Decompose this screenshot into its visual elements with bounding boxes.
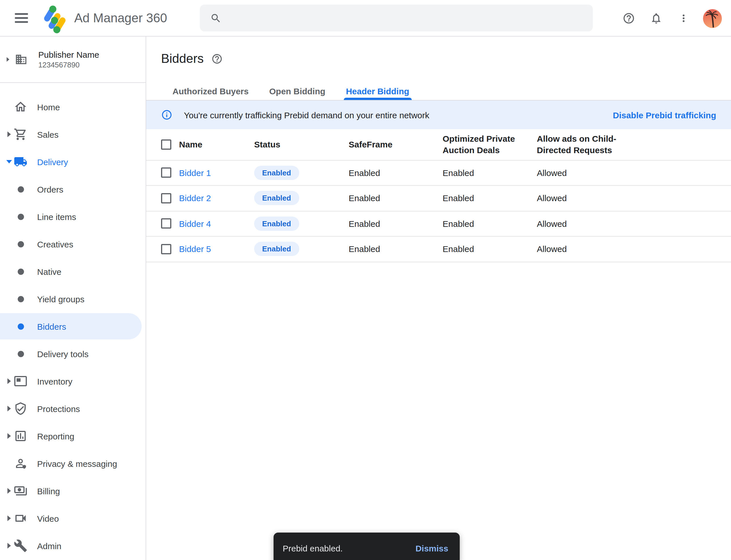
sidebar-item-video[interactable]: Video: [0, 505, 146, 532]
opad-value: Enabled: [442, 244, 537, 254]
expand-icon: [7, 488, 11, 494]
bell-icon: [650, 12, 662, 25]
bidder-link[interactable]: Bidder 2: [179, 193, 254, 203]
column-header-name: Name: [179, 139, 254, 150]
sidebar-item-line-items[interactable]: Line items: [0, 203, 146, 230]
select-all-checkbox[interactable]: [161, 139, 171, 150]
help-icon: [622, 12, 635, 25]
column-header-child-directed: Allow ads on Child-Directed Requests: [537, 133, 624, 156]
sidebar-item-yield-groups[interactable]: Yield groups: [0, 285, 146, 313]
help-button[interactable]: [615, 5, 642, 32]
privacy-person-icon: [14, 457, 27, 470]
cart-icon: [14, 127, 27, 141]
video-camera-icon: [14, 511, 27, 525]
child-directed-value: Allowed: [537, 193, 716, 203]
child-directed-value: Allowed: [537, 219, 716, 229]
bullet-icon: [17, 268, 24, 275]
truck-icon: [14, 155, 27, 169]
column-header-opad: Optimized Private Auction Deals: [442, 133, 529, 156]
shield-icon: [14, 402, 27, 415]
expand-icon: [7, 131, 11, 137]
status-badge: Enabled: [254, 242, 299, 256]
expand-icon: [7, 406, 11, 411]
sidebar-item-billing[interactable]: Billing: [0, 477, 146, 505]
building-icon: [15, 53, 27, 66]
sidebar-item-delivery-tools[interactable]: Delivery tools: [0, 340, 146, 367]
safeframe-value: Enabled: [349, 168, 442, 178]
product-name: Ad Manager 360: [74, 11, 167, 25]
safeframe-value: Enabled: [349, 244, 442, 254]
publisher-code: 1234567890: [38, 60, 99, 69]
info-banner: You're currently trafficking Prebid dema…: [146, 101, 731, 129]
row-checkbox[interactable]: [161, 244, 171, 254]
sidebar-item-home[interactable]: Home: [0, 93, 146, 121]
topbar: Ad Manager 360: [0, 0, 731, 37]
row-checkbox[interactable]: [161, 168, 171, 178]
bidder-link[interactable]: Bidder 4: [179, 219, 254, 229]
publisher-expand-icon: [7, 57, 9, 62]
tab-header-bidding[interactable]: Header Bidding: [336, 73, 419, 100]
three-dot-menu-icon: [678, 13, 689, 24]
collapse-icon: [6, 160, 12, 163]
info-icon: [161, 109, 173, 121]
publisher-name: Publisher Name: [38, 49, 99, 60]
sidebar-item-inventory[interactable]: Inventory: [0, 367, 146, 395]
banner-message: You're currently trafficking Prebid dema…: [184, 110, 429, 120]
expand-icon: [7, 433, 11, 439]
bidder-link[interactable]: Bidder 1: [179, 168, 254, 178]
ad-manager-app: Ad Manager 360: [0, 0, 731, 560]
sidebar-item-privacy-messaging[interactable]: Privacy & messaging: [0, 450, 146, 477]
opad-value: Enabled: [442, 193, 537, 203]
tab-open-bidding[interactable]: Open Bidding: [259, 73, 336, 100]
bullet-icon: [17, 186, 24, 192]
notifications-button[interactable]: [642, 5, 670, 32]
sidebar-item-bidders[interactable]: Bidders: [0, 313, 146, 340]
page-help-icon[interactable]: [211, 53, 223, 64]
main-content: Bidders Authorized Buyers Open Bidding H…: [146, 37, 731, 560]
status-badge: Enabled: [254, 217, 299, 231]
table-header: Name Status SafeFrame Optimized Private …: [146, 129, 731, 160]
sidebar-item-sales[interactable]: Sales: [0, 121, 146, 148]
bar-chart-icon: [14, 429, 27, 443]
billing-icon: [14, 484, 27, 498]
table-row: Bidder 5 Enabled Enabled Enabled Allowed: [146, 237, 731, 262]
disable-prebid-link[interactable]: Disable Prebid trafficking: [613, 110, 716, 120]
search-icon: [210, 12, 222, 24]
safeframe-value: Enabled: [349, 219, 442, 229]
row-checkbox[interactable]: [161, 219, 171, 229]
status-badge: Enabled: [254, 166, 299, 180]
avatar[interactable]: [703, 9, 722, 28]
tab-authorized-buyers[interactable]: Authorized Buyers: [162, 73, 259, 100]
ad-unit-icon: [14, 374, 27, 388]
more-options-button[interactable]: [670, 5, 697, 32]
row-checkbox[interactable]: [161, 193, 171, 203]
sidebar-item-orders[interactable]: Orders: [0, 175, 146, 203]
publisher-selector[interactable]: Publisher Name 1234567890: [0, 37, 146, 83]
sidebar-item-native[interactable]: Native: [0, 258, 146, 285]
sidebar-item-admin[interactable]: Admin: [0, 532, 146, 559]
expand-icon: [7, 515, 11, 521]
expand-icon: [7, 378, 11, 384]
table-row: Bidder 2 Enabled Enabled Enabled Allowed: [146, 186, 731, 211]
menu-icon[interactable]: [15, 13, 28, 23]
table-row: Bidder 4 Enabled Enabled Enabled Allowed: [146, 211, 731, 237]
opad-value: Enabled: [442, 168, 537, 178]
search-input[interactable]: [200, 5, 593, 31]
bidder-link[interactable]: Bidder 5: [179, 244, 254, 254]
column-header-status: Status: [254, 139, 349, 150]
bullet-icon: [17, 241, 24, 247]
status-badge: Enabled: [254, 191, 299, 205]
ad-manager-logo-icon: [42, 5, 70, 33]
safeframe-value: Enabled: [349, 193, 442, 203]
bullet-icon: [17, 323, 24, 329]
sidebar-nav: Home Sales Delivery Orders: [0, 83, 146, 559]
sidebar-item-protections[interactable]: Protections: [0, 395, 146, 422]
child-directed-value: Allowed: [537, 168, 716, 178]
snackbar-dismiss-button[interactable]: Dismiss: [415, 543, 448, 553]
sidebar-item-reporting[interactable]: Reporting: [0, 422, 146, 450]
sidebar-item-creatives[interactable]: Creatives: [0, 230, 146, 258]
sidebar: Publisher Name 1234567890 Home Sales: [0, 37, 146, 560]
column-header-safeframe: SafeFrame: [349, 139, 442, 150]
opad-value: Enabled: [442, 219, 537, 229]
sidebar-item-delivery[interactable]: Delivery: [0, 148, 146, 175]
